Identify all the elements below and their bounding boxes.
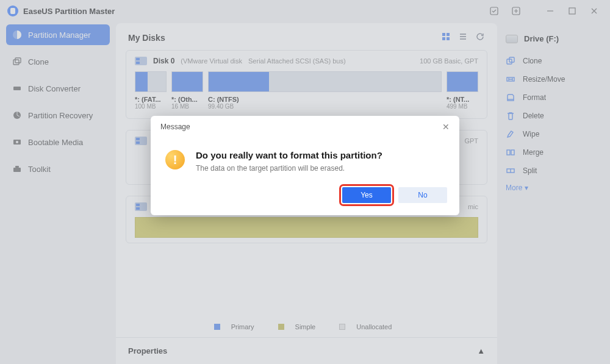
yes-button[interactable]: Yes — [342, 187, 391, 203]
confirm-modal: Message ✕ ! Do you really want to format… — [151, 116, 459, 215]
close-icon[interactable]: ✕ — [442, 122, 450, 132]
modal-title: Message — [160, 123, 190, 131]
no-button[interactable]: No — [398, 187, 447, 203]
warning-icon: ! — [165, 150, 185, 170]
modal-overlay: Message ✕ ! Do you really want to format… — [0, 0, 610, 364]
modal-message: The data on the target partition will be… — [196, 164, 382, 173]
modal-heading: Do you really want to format this partit… — [196, 150, 382, 160]
